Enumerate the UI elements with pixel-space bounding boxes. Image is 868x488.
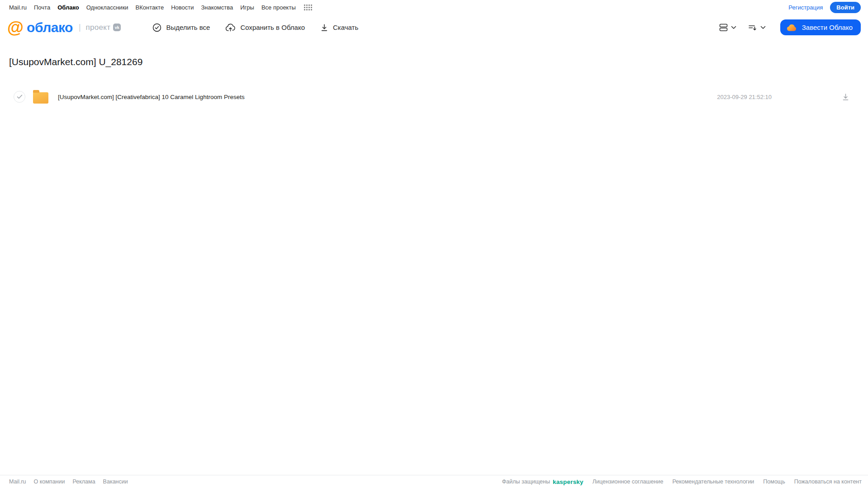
- check-circle-icon: [152, 23, 161, 32]
- portal-nav-auth: Регистрация Войти: [788, 2, 861, 13]
- cloud-upload-icon: [225, 23, 236, 32]
- save-to-cloud-label: Сохранить в Облако: [240, 24, 305, 31]
- kaspersky-protection: Файлы защищены kaspersky: [502, 479, 583, 485]
- portal-nav: Mail.ru Почта Облако Одноклассники ВКонт…: [0, 0, 868, 15]
- kaspersky-logo[interactable]: kaspersky: [553, 479, 583, 485]
- logo-divider: |: [79, 23, 81, 32]
- nav-link-znakomstva[interactable]: Знакомства: [201, 4, 233, 11]
- folder-icon: [33, 92, 48, 104]
- download-label: Скачать: [333, 24, 358, 31]
- orange-cloud-icon: [786, 23, 797, 32]
- get-cloud-label: Завести Облако: [802, 24, 853, 31]
- protected-text: Файлы защищены: [502, 479, 550, 485]
- nav-link-oblako[interactable]: Облако: [57, 4, 79, 11]
- footer-link-ads[interactable]: Реклама: [72, 479, 95, 485]
- main-content: [UsupovMarket.com] U_281269 [UsupovMarke…: [0, 57, 868, 107]
- chevron-down-icon: [731, 26, 736, 29]
- nav-link-all-projects[interactable]: Все проекты: [261, 4, 296, 11]
- cloud-logo[interactable]: @ облако | проект vk: [7, 19, 121, 36]
- footer-right-links: Файлы защищены kaspersky Лицензионное со…: [502, 479, 862, 485]
- list-view-icon: [719, 23, 728, 32]
- chevron-down-icon: [760, 26, 766, 29]
- mailru-at-icon: @: [7, 19, 24, 36]
- footer-link-mailru[interactable]: Mail.ru: [9, 479, 26, 485]
- login-button[interactable]: Войти: [830, 2, 861, 13]
- nav-link-mailru[interactable]: Mail.ru: [9, 4, 27, 11]
- vk-logo-icon: vk: [113, 24, 121, 31]
- footer: Mail.ru О компании Реклама Вакансии Файл…: [0, 475, 868, 488]
- download-icon: [320, 24, 328, 32]
- file-row[interactable]: [UsupovMarket.com] [Creativefabrica] 10 …: [9, 86, 868, 107]
- footer-link-recommendation-tech[interactable]: Рекомендательные технологии: [672, 479, 754, 485]
- nav-link-novosti[interactable]: Новости: [171, 4, 194, 11]
- nav-link-odnoklassniki[interactable]: Одноклассники: [86, 4, 128, 11]
- view-mode-button[interactable]: [717, 21, 738, 33]
- select-all-label: Выделить все: [166, 24, 210, 31]
- footer-link-jobs[interactable]: Вакансии: [103, 479, 128, 485]
- footer-link-license[interactable]: Лицензионное соглашение: [593, 479, 664, 485]
- nav-link-vkontakte[interactable]: ВКонтакте: [136, 4, 164, 11]
- file-name-link[interactable]: [UsupovMarket.com] [Creativefabrica] 10 …: [58, 94, 717, 100]
- all-projects-grid-icon[interactable]: [304, 5, 312, 10]
- footer-left-links: Mail.ru О компании Реклама Вакансии: [9, 479, 128, 485]
- select-all-button[interactable]: Выделить все: [152, 23, 210, 32]
- download-icon: [842, 93, 849, 101]
- get-cloud-button[interactable]: Завести Облако: [780, 19, 861, 35]
- header: @ облако | проект vk Выделить все Сохран…: [0, 15, 868, 40]
- save-to-cloud-button[interactable]: Сохранить в Облако: [225, 23, 305, 32]
- project-label: проект: [86, 23, 111, 32]
- download-button[interactable]: Скачать: [320, 24, 358, 32]
- sort-button[interactable]: [746, 22, 768, 33]
- footer-link-about[interactable]: О компании: [34, 479, 65, 485]
- logo-wordmark: облако: [27, 21, 73, 34]
- row-checkbox[interactable]: [14, 91, 25, 103]
- actions-toolbar: Выделить все Сохранить в Облако Скачать: [152, 23, 358, 32]
- portal-nav-links: Mail.ru Почта Облако Одноклассники ВКонт…: [9, 4, 312, 11]
- row-download-button[interactable]: [841, 92, 850, 102]
- register-link[interactable]: Регистрация: [788, 4, 823, 11]
- nav-link-pochta[interactable]: Почта: [34, 4, 50, 11]
- page-title: [UsupovMarket.com] U_281269: [9, 57, 868, 67]
- footer-link-report-content[interactable]: Пожаловаться на контент: [794, 479, 862, 485]
- check-icon: [17, 95, 23, 99]
- footer-link-help[interactable]: Помощь: [763, 479, 785, 485]
- file-date: 2023-09-29 21:52:10: [717, 94, 772, 100]
- view-controls: Завести Облако: [717, 19, 861, 35]
- nav-link-igry[interactable]: Игры: [240, 4, 254, 11]
- sort-icon: [748, 24, 757, 32]
